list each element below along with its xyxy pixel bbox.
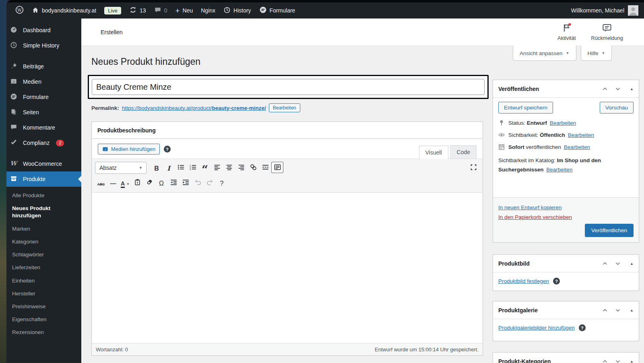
product-gallery-box-header[interactable]: Produktgalerie ▲ bbox=[493, 301, 639, 319]
align-center-button[interactable] bbox=[223, 162, 235, 173]
product-image-help-icon[interactable]: ? bbox=[553, 278, 560, 285]
edit-status-link[interactable]: Bearbeiten bbox=[550, 120, 576, 126]
erstellen-label[interactable]: Erstellen bbox=[81, 29, 122, 35]
sidebar-item-dashboard[interactable]: Dashboard bbox=[6, 23, 81, 38]
fullscreen-button[interactable] bbox=[467, 162, 479, 173]
description-box-header[interactable]: Produktbeschreibung bbox=[92, 122, 483, 139]
activity-button[interactable]: Aktivität bbox=[557, 23, 576, 41]
home-icon bbox=[32, 6, 39, 15]
toggle-indicator-icon[interactable]: ▲ bbox=[630, 262, 634, 266]
move-down-icon[interactable] bbox=[615, 307, 621, 314]
sidebar-item-beiträge[interactable]: Beiträge bbox=[6, 59, 81, 74]
editor-help-button[interactable]: ? bbox=[216, 178, 228, 189]
screen-options-tab[interactable]: Ansicht anpassen ▼ bbox=[513, 45, 576, 61]
editor-content-area[interactable] bbox=[92, 193, 483, 343]
live-badge-wrap[interactable]: Live bbox=[100, 2, 125, 19]
sidebar-item-produkte[interactable]: Produkte bbox=[6, 171, 81, 187]
numbered-list-button[interactable]: 123 bbox=[187, 162, 199, 173]
add-media-button[interactable]: ♪ Medien hinzufügen bbox=[98, 144, 160, 155]
toolbar-toggle-button[interactable] bbox=[271, 162, 283, 173]
sidebar-subitem-eigenschaften[interactable]: Eigenschaften bbox=[6, 313, 81, 326]
sidebar-subitem-marken[interactable]: Marken bbox=[6, 223, 81, 235]
move-down-icon[interactable] bbox=[615, 260, 621, 267]
sidebar-item-kommentare[interactable]: Kommentare bbox=[6, 120, 81, 135]
copy-to-draft-link[interactable]: In neuen Entwurf kopieren bbox=[498, 204, 634, 210]
wp-logo-menu[interactable]: W bbox=[11, 2, 28, 19]
sidebar-subitem-preishinweise[interactable]: Preishinweise bbox=[6, 300, 81, 313]
move-up-icon[interactable] bbox=[602, 86, 608, 92]
product-title-input[interactable] bbox=[92, 79, 485, 95]
edit-visibility-link[interactable]: Bearbeiten bbox=[568, 132, 594, 138]
sidebar-item-woocommerce[interactable]: WWooCommerce bbox=[6, 156, 81, 171]
publish-button[interactable]: Veröffentlichen bbox=[585, 224, 634, 237]
sidebar-subitem-kategorien[interactable]: Kategorien bbox=[6, 235, 81, 248]
gallery-help-icon[interactable]: ? bbox=[579, 324, 586, 331]
move-up-icon[interactable] bbox=[602, 358, 608, 363]
sidebar-item-formulare[interactable]: Formulare bbox=[6, 89, 81, 105]
sidebar-subitem-neues-produkt-hinzufügen[interactable]: Neues Produkt hinzufügen bbox=[6, 202, 81, 222]
edit-catalog-link[interactable]: Bearbeiten bbox=[546, 167, 572, 173]
move-down-icon[interactable] bbox=[615, 86, 621, 92]
move-down-icon[interactable] bbox=[615, 358, 621, 363]
sidebar-subitem-alle-produkte[interactable]: Alle Produkte bbox=[6, 189, 81, 202]
sidebar-item-complianz[interactable]: Complianz2 bbox=[6, 135, 81, 151]
tab-visual[interactable]: Visuell bbox=[419, 146, 448, 159]
clear-format-button[interactable] bbox=[143, 176, 155, 188]
comments-menu[interactable]: 0 bbox=[150, 2, 171, 19]
history-menu[interactable]: History bbox=[219, 2, 255, 19]
italic-button[interactable]: I bbox=[163, 163, 175, 174]
sidebar-item-seiten[interactable]: Seiten bbox=[6, 105, 81, 120]
sidebar-subitem-schlagwörter[interactable]: Schlagwörter bbox=[6, 248, 81, 261]
sidebar-subitem-einheiten[interactable]: Einheiten bbox=[6, 274, 81, 287]
outdent-button[interactable] bbox=[167, 176, 180, 188]
horizontal-rule-button[interactable]: — bbox=[107, 177, 119, 189]
special-char-button[interactable]: Ω bbox=[155, 178, 167, 189]
sidebar-subitem-lieferzeiten[interactable]: Lieferzeiten bbox=[6, 261, 81, 274]
publish-box-header[interactable]: Veröffentlichen ▲ bbox=[493, 80, 639, 98]
strikethrough-button[interactable]: ABC bbox=[95, 179, 107, 190]
save-draft-button[interactable]: Entwurf speichern bbox=[498, 102, 553, 113]
sidebar-subitem-rezensionen[interactable]: Rezensionen bbox=[6, 326, 81, 339]
site-name-menu[interactable]: bodyandskinbeauty.at bbox=[28, 2, 100, 19]
updates-menu[interactable]: 13 bbox=[125, 2, 150, 19]
help-tab[interactable]: Hilfe ▼ bbox=[581, 45, 612, 61]
edit-schedule-link[interactable]: Bearbeiten bbox=[564, 144, 590, 150]
media-help-icon[interactable]: ? bbox=[164, 146, 171, 153]
toggle-indicator-icon[interactable]: ▲ bbox=[630, 359, 634, 363]
move-to-trash-link[interactable]: In den Papierkorb verschieben bbox=[498, 214, 634, 220]
preview-button[interactable]: Vorschau bbox=[600, 102, 634, 113]
toggle-indicator-icon[interactable]: ▲ bbox=[630, 308, 634, 312]
permalink-link[interactable]: https://bodyandskinbeauty.at/product/bea… bbox=[122, 105, 266, 111]
paste-text-button[interactable]: T bbox=[131, 176, 143, 188]
sidebar-subitem-hersteller[interactable]: Hersteller bbox=[6, 287, 81, 300]
account-menu[interactable]: Willkommen, Michael bbox=[571, 5, 638, 16]
set-product-image-link[interactable]: Produktbild festlegen bbox=[498, 278, 549, 284]
undo-button[interactable] bbox=[192, 176, 204, 188]
new-content-menu[interactable]: + Neu bbox=[171, 2, 197, 19]
feedback-button[interactable]: Rückmeldung bbox=[591, 23, 623, 41]
product-categories-box-header[interactable]: Produkt-Kategorien ▲ bbox=[493, 353, 639, 363]
forms-menu[interactable]: Formulare bbox=[255, 2, 299, 19]
align-left-button[interactable] bbox=[211, 162, 223, 173]
move-up-icon[interactable] bbox=[602, 307, 608, 314]
product-image-box-header[interactable]: Produktbild ▲ bbox=[493, 255, 639, 272]
paragraph-format-select[interactable]: Absatz ▼ bbox=[95, 162, 147, 174]
bullet-list-button[interactable] bbox=[175, 162, 187, 173]
format-select-value: Absatz bbox=[99, 165, 117, 171]
tab-code[interactable]: Code bbox=[450, 145, 477, 159]
add-gallery-images-link[interactable]: Produktgaleriebilder hinzufügen bbox=[498, 325, 575, 331]
text-color-button[interactable]: A▼ bbox=[119, 179, 131, 190]
permalink-edit-button[interactable]: Bearbeiten bbox=[269, 103, 300, 112]
redo-button[interactable] bbox=[204, 176, 216, 188]
link-button[interactable] bbox=[247, 162, 259, 173]
nginx-menu[interactable]: Nginx bbox=[197, 2, 219, 19]
read-more-button[interactable] bbox=[259, 162, 271, 173]
align-right-button[interactable] bbox=[235, 162, 247, 173]
sidebar-item-simple-history[interactable]: Simple History bbox=[6, 38, 81, 53]
toggle-indicator-icon[interactable]: ▲ bbox=[630, 87, 634, 91]
blockquote-button[interactable]: “ bbox=[199, 161, 211, 173]
indent-button[interactable] bbox=[180, 176, 192, 188]
bold-button[interactable]: B bbox=[151, 163, 163, 174]
sidebar-item-medien[interactable]: ♪Medien bbox=[6, 74, 81, 89]
move-up-icon[interactable] bbox=[602, 260, 608, 267]
